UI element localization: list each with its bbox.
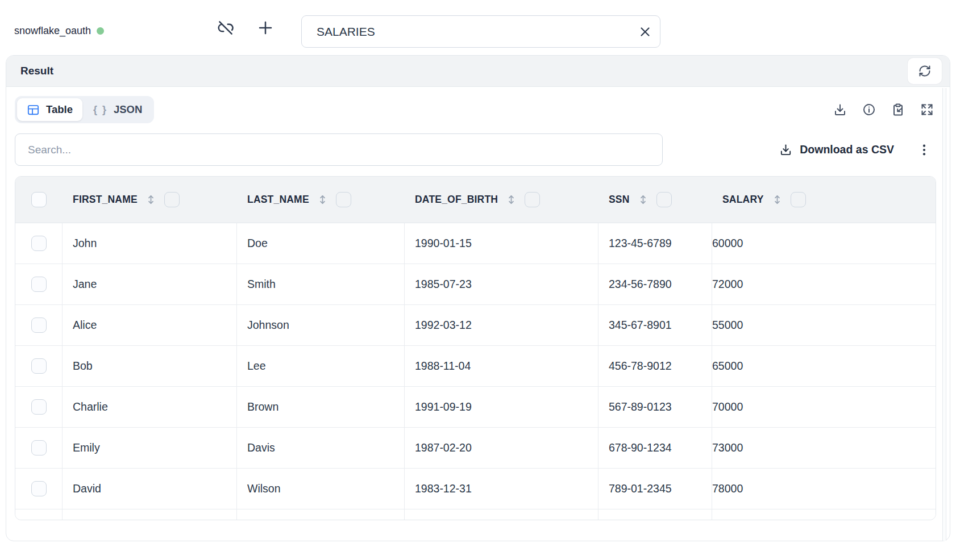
row-checkbox[interactable] (31, 481, 47, 496)
table-row[interactable]: BobLee1988-11-04456-78-901265000 (15, 346, 936, 387)
download-icon (779, 143, 792, 156)
cell-value: 345-67-8901 (609, 319, 672, 332)
disconnect-button[interactable] (215, 17, 236, 39)
cell-value: 72000 (712, 278, 743, 291)
table-row[interactable]: AliceJohnson1992-03-12345-67-890155000 (15, 305, 936, 346)
more-options-button[interactable] (916, 140, 933, 160)
table-row-partial (15, 509, 936, 520)
add-query-button[interactable] (255, 17, 276, 39)
tab-table[interactable]: Table (17, 98, 82, 121)
sort-icon[interactable] (145, 194, 157, 206)
table-row[interactable]: CharlieBrown1991-09-19567-89-012370000 (15, 387, 936, 428)
row-checkbox[interactable] (31, 277, 47, 292)
table-cell: 78000 (712, 469, 936, 509)
vertical-scrollbar[interactable] (942, 88, 946, 541)
clear-table-name-button[interactable] (638, 24, 652, 39)
table-cell: 567-89-0123 (598, 387, 712, 427)
result-panel-body: Table { } JSON (6, 87, 950, 520)
sort-icon[interactable] (505, 194, 517, 206)
copy-to-clipboard-button[interactable] (890, 102, 906, 118)
table-cell: Smith (237, 264, 405, 304)
table-header-cell: SALARY (712, 177, 936, 223)
row-checkbox[interactable] (31, 440, 47, 455)
search-row: Download as CSV (15, 133, 936, 166)
table-row[interactable]: JohnDoe1990-01-15123-45-678960000 (15, 223, 936, 264)
cell-value: 789-01-2345 (609, 482, 672, 495)
sort-icon[interactable] (637, 194, 649, 206)
sort-icon[interactable] (771, 194, 783, 206)
sort-icon[interactable] (317, 194, 329, 206)
tab-json[interactable]: { } JSON (84, 98, 152, 121)
table-cell: 456-78-9012 (598, 346, 712, 386)
connection-status-dot (97, 27, 104, 35)
cell-value: Brown (247, 400, 279, 413)
table-row[interactable]: EmilyDavis1987-02-20678-90-123473000 (15, 428, 936, 469)
table-cell: 1990-01-15 (405, 223, 598, 264)
table-header-cell: SSN (598, 177, 712, 223)
download-csv-label: Download as CSV (800, 143, 894, 156)
column-header-label[interactable]: SSN (609, 194, 630, 206)
download-result-button[interactable] (832, 102, 848, 118)
cell-value: 123-45-6789 (609, 237, 672, 250)
table-cell: Johnson (237, 305, 405, 345)
table-header-row: FIRST_NAMELAST_NAMEDATE_OF_BIRTHSSNSALAR… (15, 177, 936, 223)
cell-value: 55000 (712, 319, 743, 332)
column-option-checkbox[interactable] (525, 192, 540, 207)
table-row[interactable]: DavidWilson1983-12-31789-01-234578000 (15, 469, 936, 509)
column-option-checkbox[interactable] (336, 192, 351, 207)
table-cell (15, 305, 63, 345)
table-cell: 1991-09-19 (405, 387, 598, 427)
cell-value: John (73, 237, 97, 250)
view-toggle: Table { } JSON (15, 96, 154, 123)
expand-icon (920, 103, 934, 116)
column-option-checkbox[interactable] (791, 192, 806, 207)
select-all-checkbox[interactable] (31, 192, 47, 207)
link-off-icon (217, 19, 234, 36)
table-cell (405, 509, 598, 520)
panel-title: Result (20, 65, 53, 77)
column-header-label[interactable]: LAST_NAME (247, 194, 309, 206)
table-header-cell: LAST_NAME (237, 177, 405, 223)
column-header-label[interactable]: DATE_OF_BIRTH (415, 194, 498, 206)
table-name-input[interactable] (301, 15, 660, 48)
expand-result-button[interactable] (919, 102, 935, 118)
table-cell: John (63, 223, 237, 264)
column-header-label[interactable]: SALARY (722, 194, 764, 206)
refresh-button[interactable] (908, 58, 942, 84)
braces-icon: { } (93, 104, 107, 116)
connection-name[interactable]: snowflake_oauth (14, 25, 91, 37)
table-body: JohnDoe1990-01-15123-45-678960000JaneSmi… (15, 223, 936, 520)
search-input[interactable] (15, 133, 663, 166)
cell-value: 1992-03-12 (415, 319, 472, 332)
tab-json-label: JSON (114, 103, 142, 116)
top-bar: snowflake_oauth (0, 0, 956, 55)
tab-table-label: Table (46, 103, 73, 116)
table-row[interactable]: JaneSmith1985-07-23234-56-789072000 (15, 264, 936, 305)
row-checkbox[interactable] (31, 358, 47, 374)
column-header-label[interactable]: FIRST_NAME (73, 194, 138, 206)
row-checkbox[interactable] (31, 399, 47, 415)
table-cell (15, 264, 63, 304)
cell-value: 60000 (712, 237, 743, 250)
download-csv-button[interactable]: Download as CSV (779, 143, 894, 156)
table-cell: 123-45-6789 (598, 223, 712, 264)
column-option-checkbox[interactable] (164, 192, 180, 207)
row-checkbox[interactable] (31, 236, 47, 251)
table-cell: 234-56-7890 (598, 264, 712, 304)
row-checkbox[interactable] (31, 317, 47, 333)
table-header-cell (15, 177, 63, 223)
result-info-button[interactable] (861, 102, 877, 118)
cell-value: 1985-07-23 (415, 278, 472, 291)
cell-value: 678-90-1234 (609, 441, 672, 454)
table-cell (712, 509, 936, 520)
cell-value: Emily (73, 441, 100, 454)
table-cell: Wilson (237, 469, 405, 509)
cell-value: 456-78-9012 (609, 360, 672, 373)
cell-value: Johnson (247, 319, 289, 332)
cell-value: David (73, 482, 101, 495)
table-cell: 73000 (712, 428, 936, 468)
x-icon (638, 24, 652, 39)
result-tools (832, 102, 936, 118)
table-cell (15, 428, 63, 468)
column-option-checkbox[interactable] (656, 192, 672, 207)
